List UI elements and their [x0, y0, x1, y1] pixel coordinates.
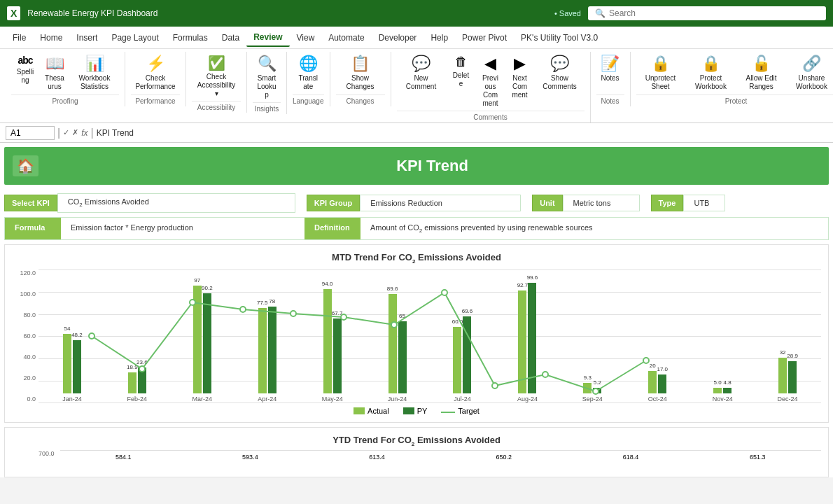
unshare-workbook-button[interactable]: 🔗 Unshare Workbook	[788, 52, 834, 94]
kpi-group-value[interactable]: Emissions Reduction	[360, 195, 521, 211]
bar-py-mar: 90.2	[203, 293, 211, 393]
workbook-statistics-button[interactable]: 📊 Workbook Statistics	[70, 52, 119, 94]
bar-py-feb: 23.6	[138, 368, 146, 393]
bar-actual-oct: 20	[648, 371, 657, 393]
menu-review[interactable]: Review	[246, 29, 289, 47]
menu-view[interactable]: View	[290, 29, 322, 46]
legend-actual-label: Actual	[368, 407, 389, 415]
bar-actual-jun: 89.6	[388, 294, 397, 393]
y-80: 80.0	[12, 312, 36, 318]
menu-data[interactable]: Data	[215, 29, 246, 46]
select-kpi-value[interactable]: CO2 Emissions Avoided	[57, 193, 295, 212]
menu-insert[interactable]: Insert	[69, 29, 104, 46]
actual-bar-mar	[193, 286, 202, 393]
changes-label: Changes	[336, 94, 385, 106]
check-performance-label: Check Performance	[135, 74, 175, 91]
cell-reference-input[interactable]	[6, 126, 55, 140]
menu-pk-tool[interactable]: PK's Utility Tool V3.0	[514, 29, 605, 46]
bar-py-nov: 4.8	[723, 388, 732, 393]
ytd-val-3: 613.4	[369, 454, 385, 461]
bar-pair-nov: 5.0 4.8	[690, 388, 755, 393]
translate-label: Translate	[297, 74, 320, 91]
check-accessibility-button[interactable]: ✅ Check Accessibility ▾	[192, 52, 241, 101]
unprotect-sheet-icon: 🔒	[651, 55, 670, 73]
menu-automate[interactable]: Automate	[321, 29, 371, 46]
formula-bar-sep2: |	[91, 127, 94, 139]
protect-workbook-button[interactable]: 🔒 Protect Workbook	[687, 52, 736, 94]
ribbon-group-notes: 📝 Notes Notes	[591, 52, 631, 106]
proofing-items: abc Spelling 📖 Thesaurus 📊 Workbook Stat…	[11, 52, 119, 94]
label-actual-apr: 77.5	[257, 300, 268, 306]
protect-label: Protect	[636, 94, 834, 106]
show-comments-button[interactable]: 💬 Show Comments	[536, 52, 584, 94]
spelling-button[interactable]: abc Spelling	[11, 52, 39, 88]
protect-items: 🔒 Unprotect Sheet 🔒 Protect Workbook 🔓 A…	[636, 52, 834, 94]
smart-lookup-button[interactable]: 🔍 Smart Lookup	[253, 52, 281, 102]
bar-pair-dec: 32 28.9	[755, 358, 820, 393]
ytd-y-700: 700.0	[38, 450, 55, 461]
fx-label: fx	[81, 128, 88, 138]
bar-pair-jul: 60.0 69.6	[430, 316, 495, 393]
py-bar-jul	[463, 316, 471, 393]
menu-home[interactable]: Home	[33, 29, 69, 46]
unshare-workbook-icon: 🔗	[802, 55, 821, 73]
performance-items: ⚡ Check Performance	[131, 52, 180, 94]
show-comments-icon: 💬	[550, 55, 569, 73]
bar-actual-feb: 18.9	[128, 372, 136, 393]
py-bar-jun	[398, 321, 407, 393]
y-120: 120.0	[12, 270, 36, 276]
menu-power-pivot[interactable]: Power Pivot	[455, 29, 514, 46]
label-py-oct: 17.0	[657, 366, 668, 372]
new-comment-button[interactable]: 💬 New Comment	[397, 52, 446, 94]
check-performance-button[interactable]: ⚡ Check Performance	[131, 52, 180, 94]
actual-bar-dec	[778, 358, 787, 393]
previous-comment-button[interactable]: ◀ Previous Comment	[477, 52, 505, 111]
ribbon-group-insights: 🔍 Smart Lookup Insights	[247, 52, 287, 114]
ytd-val-1: 584.1	[115, 454, 132, 461]
notes-button[interactable]: 📝 Notes	[596, 52, 624, 85]
insights-label: Insights	[253, 102, 281, 114]
language-label: Language	[293, 94, 324, 106]
notes-label: Notes	[596, 94, 624, 106]
home-icon[interactable]: 🏠	[13, 155, 38, 176]
accessibility-items: ✅ Check Accessibility ▾	[192, 52, 241, 101]
type-label: Type	[651, 195, 684, 211]
x-label-nov: Nov-24	[713, 396, 733, 402]
workbook-statistics-icon: 📊	[85, 55, 104, 73]
show-comments-label: Show Comments	[542, 74, 576, 91]
actual-bar-aug	[518, 290, 526, 393]
x-label-jul: Jul-24	[454, 396, 471, 402]
y-20: 20.0	[12, 374, 36, 382]
check-accessibility-label: Check Accessibility ▾	[196, 73, 237, 98]
bar-group-apr: 77.5 78 Apr-24	[235, 307, 300, 402]
delete-comment-button[interactable]: 🗑 Delete	[447, 52, 475, 91]
menu-formulas[interactable]: Formulas	[166, 29, 215, 46]
label-py-jan: 48.2	[71, 332, 83, 338]
thesaurus-label: Thesaurus	[45, 74, 64, 91]
x-label-mar: Mar-24	[192, 396, 213, 402]
next-comment-button[interactable]: ▶ Next Comment	[506, 52, 534, 102]
thesaurus-button[interactable]: 📖 Thesaurus	[41, 52, 69, 94]
bar-py-jan: 48.2	[73, 340, 81, 393]
ytd-inner: 584.1 593.4 613.4 650.2 618.4 651.3	[60, 450, 821, 461]
ytd-val-4: 650.2	[496, 454, 512, 461]
ribbon: abc Spelling 📖 Thesaurus 📊 Workbook Stat…	[0, 49, 833, 123]
show-changes-button[interactable]: 📋 Show Changes	[336, 52, 385, 94]
type-value[interactable]: UTB	[683, 195, 725, 211]
translate-button[interactable]: 🌐 Translate	[293, 52, 324, 94]
search-box[interactable]: 🔍	[588, 6, 826, 20]
menu-file[interactable]: File	[6, 29, 33, 46]
mtd-chart-area: MTD Trend For CO2 Emissions Avoided 120.…	[4, 244, 829, 424]
y-40: 40.0	[12, 354, 36, 360]
actual-bar-sep	[583, 383, 592, 393]
allow-edit-ranges-button[interactable]: 🔓 Allow Edit Ranges	[737, 52, 786, 94]
notes-label: Notes	[601, 74, 619, 83]
menu-page-layout[interactable]: Page Layout	[104, 29, 165, 46]
menu-help[interactable]: Help	[424, 29, 455, 46]
unshare-workbook-label: Unshare Workbook	[796, 74, 827, 91]
search-input[interactable]	[609, 8, 791, 18]
unit-value[interactable]: Metric tons	[563, 195, 640, 211]
menu-developer[interactable]: Developer	[372, 29, 424, 46]
check-accessibility-icon: ✅	[208, 55, 225, 71]
unprotect-sheet-button[interactable]: 🔒 Unprotect Sheet	[636, 52, 685, 94]
